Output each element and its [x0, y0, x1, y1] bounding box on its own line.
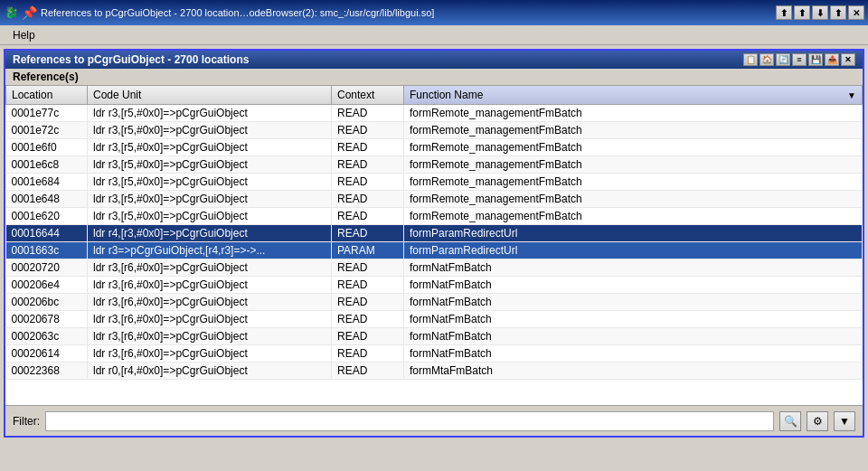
cell-funcname: formNatFmBatch	[404, 311, 863, 328]
filter-input[interactable]	[45, 411, 774, 431]
cell-funcname: formParamRedirectUrl	[404, 242, 863, 259]
table-row[interactable]: 0001e6f0ldr r3,[r5,#0x0]=>pCgrGuiObjectR…	[6, 139, 863, 156]
home-btn[interactable]: 🏠	[760, 53, 774, 66]
cell-location: 000206e4	[6, 277, 88, 294]
table-row[interactable]: 0001e648ldr r3,[r5,#0x0]=>pCgrGuiObjectR…	[6, 191, 863, 208]
cell-codeunit: ldr r3,[r6,#0x0]=>pCgrGuiObject	[88, 311, 332, 328]
cell-context: READ	[332, 259, 404, 277]
references-panel: References to pCgrGuiObject - 2700 locat…	[4, 49, 864, 438]
cell-context: READ	[332, 105, 404, 122]
export-btn[interactable]: 📤	[825, 53, 839, 66]
table-row[interactable]: 0001e72cldr r3,[r5,#0x0]=>pCgrGuiObjectR…	[6, 122, 863, 139]
cell-codeunit: ldr r3,[r5,#0x0]=>pCgrGuiObject	[88, 139, 332, 156]
filter-options-btn[interactable]: ⚙	[807, 411, 828, 431]
cell-codeunit: ldr r3,[r6,#0x0]=>pCgrGuiObject	[88, 277, 332, 294]
table-row[interactable]: 00016644ldr r4,[r3,#0x0]=>pCgrGuiObjectR…	[6, 225, 863, 242]
title-bar-text: References to pCgrGuiObject - 2700 locat…	[41, 7, 772, 18]
cell-context: READ	[332, 328, 404, 345]
cell-funcname: formRemote_managementFmBatch	[404, 105, 863, 122]
cell-context: READ	[332, 225, 404, 242]
table-row[interactable]: 0002063cldr r3,[r6,#0x0]=>pCgrGuiObjectR…	[6, 328, 863, 345]
table-row[interactable]: 000206bcldr r3,[r6,#0x0]=>pCgrGuiObjectR…	[6, 294, 863, 311]
col-header-funcname[interactable]: Function Name ▼	[404, 86, 863, 105]
table-row[interactable]: 000206e4ldr r3,[r6,#0x0]=>pCgrGuiObjectR…	[6, 277, 863, 294]
cell-context: READ	[332, 345, 404, 363]
cell-codeunit: ldr r3,[r5,#0x0]=>pCgrGuiObject	[88, 208, 332, 225]
scroll-down-btn[interactable]: ⬇	[812, 5, 828, 20]
pin-icon[interactable]: 📌	[22, 5, 37, 20]
cell-context: READ	[332, 191, 404, 208]
title-bar-buttons: ⬆ ⬆ ⬇ ⬆ ✕	[776, 5, 864, 20]
cell-funcname: formRemote_managementFmBatch	[404, 174, 863, 191]
table-row[interactable]: 00020614ldr r3,[r6,#0x0]=>pCgrGuiObjectR…	[6, 345, 863, 363]
cell-funcname: formMtaFmBatch	[404, 363, 863, 380]
cell-codeunit: ldr r3,[r6,#0x0]=>pCgrGuiObject	[88, 259, 332, 277]
table-row[interactable]: 0001e6c8ldr r3,[r5,#0x0]=>pCgrGuiObjectR…	[6, 156, 863, 174]
table-row[interactable]: 0001e77cldr r3,[r5,#0x0]=>pCgrGuiObjectR…	[6, 105, 863, 122]
filter-search-btn[interactable]: 🔍	[779, 411, 801, 431]
refresh-btn[interactable]: 🔄	[776, 53, 790, 66]
references-table: Location Code Unit Context Function Name…	[5, 86, 863, 380]
copy-btn[interactable]: 📋	[743, 53, 758, 66]
restore-btn[interactable]: ⬆	[830, 5, 846, 20]
panel-header-buttons: 📋 🏠 🔄 ≡ 💾 📤 ✕	[743, 53, 855, 66]
table-row[interactable]: 00022368ldr r0,[r4,#0x0]=>pCgrGuiObjectR…	[6, 363, 863, 380]
menu-bar: Help	[0, 25, 868, 45]
col-header-location[interactable]: Location	[6, 86, 88, 105]
cell-location: 0001663c	[6, 242, 88, 259]
cell-funcname: formRemote_managementFmBatch	[404, 122, 863, 139]
cell-codeunit: ldr r3,[r5,#0x0]=>pCgrGuiObject	[88, 122, 332, 139]
cell-context: READ	[332, 294, 404, 311]
table-row[interactable]: 00020720ldr r3,[r6,#0x0]=>pCgrGuiObjectR…	[6, 259, 863, 277]
panel-close-btn[interactable]: ✕	[841, 53, 855, 66]
table-scroll[interactable]: Location Code Unit Context Function Name…	[5, 86, 863, 405]
cell-codeunit: ldr r3,[r5,#0x0]=>pCgrGuiObject	[88, 156, 332, 174]
cell-location: 0002063c	[6, 328, 88, 345]
cell-location: 00020678	[6, 311, 88, 328]
close-btn[interactable]: ✕	[848, 5, 864, 20]
cell-context: READ	[332, 311, 404, 328]
cell-funcname: formNatFmBatch	[404, 345, 863, 363]
table-row[interactable]: 0001663cldr r3=>pCgrGuiObject,[r4,r3]=>-…	[6, 242, 863, 259]
cell-codeunit: ldr r3,[r6,#0x0]=>pCgrGuiObject	[88, 294, 332, 311]
scroll-up-btn[interactable]: ⬆	[776, 5, 792, 20]
cell-funcname: formRemote_managementFmBatch	[404, 139, 863, 156]
cell-context: READ	[332, 363, 404, 380]
panel-title: References to pCgrGuiObject - 2700 locat…	[13, 53, 249, 66]
table-row[interactable]: 0001e620ldr r3,[r5,#0x0]=>pCgrGuiObjectR…	[6, 208, 863, 225]
cell-funcname: formRemote_managementFmBatch	[404, 191, 863, 208]
cell-location: 0001e6c8	[6, 156, 88, 174]
cell-funcname: formNatFmBatch	[404, 277, 863, 294]
cell-context: READ	[332, 139, 404, 156]
menu-btn[interactable]: ≡	[792, 53, 807, 66]
col-header-context[interactable]: Context	[332, 86, 404, 105]
cell-codeunit: ldr r3,[r5,#0x0]=>pCgrGuiObject	[88, 174, 332, 191]
cell-location: 0001e77c	[6, 105, 88, 122]
cell-location: 0001e620	[6, 208, 88, 225]
table-container: Location Code Unit Context Function Name…	[5, 86, 863, 405]
cell-context: READ	[332, 174, 404, 191]
cell-codeunit: ldr r0,[r4,#0x0]=>pCgrGuiObject	[88, 363, 332, 380]
cell-location: 00016644	[6, 225, 88, 242]
panel-header: References to pCgrGuiObject - 2700 locat…	[5, 51, 863, 69]
cell-codeunit: ldr r3,[r5,#0x0]=>pCgrGuiObject	[88, 105, 332, 122]
cell-context: READ	[332, 156, 404, 174]
cell-funcname: formNatFmBatch	[404, 294, 863, 311]
scroll-up2-btn[interactable]: ⬆	[794, 5, 810, 20]
table-row[interactable]: 00020678ldr r3,[r6,#0x0]=>pCgrGuiObjectR…	[6, 311, 863, 328]
filter-bar: Filter: 🔍 ⚙ ▼	[5, 405, 863, 436]
cell-funcname: formRemote_managementFmBatch	[404, 208, 863, 225]
cell-codeunit: ldr r3,[r5,#0x0]=>pCgrGuiObject	[88, 191, 332, 208]
cell-codeunit: ldr r3,[r6,#0x0]=>pCgrGuiObject	[88, 345, 332, 363]
cell-context: READ	[332, 277, 404, 294]
cell-codeunit: ldr r3=>pCgrGuiObject,[r4,r3]=>->...	[88, 242, 332, 259]
cell-location: 0001e6f0	[6, 139, 88, 156]
cell-funcname: formParamRedirectUrl	[404, 225, 863, 242]
col-header-codeunit[interactable]: Code Unit	[88, 86, 332, 105]
help-menu[interactable]: Help	[5, 27, 42, 43]
filter-dropdown-btn[interactable]: ▼	[834, 411, 855, 431]
title-bar: 🐉 📌 References to pCgrGuiObject - 2700 l…	[0, 0, 868, 25]
save-btn[interactable]: 💾	[808, 53, 823, 66]
table-row[interactable]: 0001e684ldr r3,[r5,#0x0]=>pCgrGuiObjectR…	[6, 174, 863, 191]
filter-label: Filter:	[13, 415, 40, 428]
